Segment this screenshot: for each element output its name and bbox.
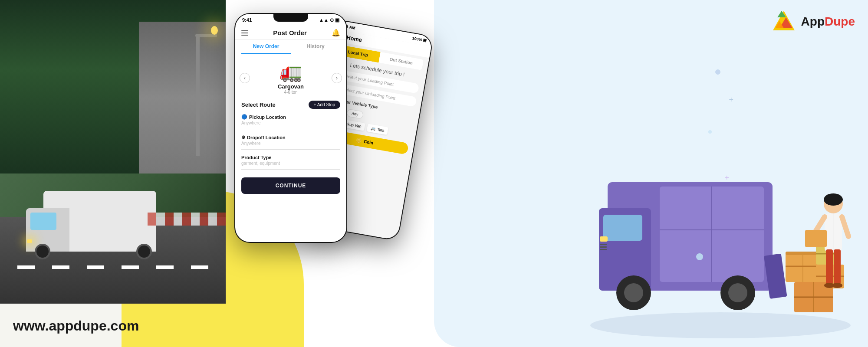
continue-button[interactable]: CONTINUE xyxy=(241,177,340,194)
svg-point-14 xyxy=(728,283,747,302)
tata-icon: 🚐 xyxy=(370,126,376,131)
vehicle-next-button[interactable]: › xyxy=(332,73,342,83)
tab-history[interactable]: History xyxy=(291,40,340,54)
svg-rect-18 xyxy=(600,249,607,250)
logo-text: AppDupe xyxy=(801,15,855,29)
hamburger-menu-icon[interactable] xyxy=(241,30,248,36)
website-url: www.appdupe.com xyxy=(13,318,139,334)
truck-photo-section xyxy=(0,0,226,304)
phone-notch xyxy=(273,14,308,22)
appdupe-logo-icon xyxy=(771,9,797,35)
pickup-icon: 🔵 xyxy=(241,114,247,120)
select-route-header: Select Route + Add Stop xyxy=(235,96,346,111)
status-icons: ▲▲ ⊙ ▣ xyxy=(319,17,339,23)
coin-icon: 🪙 xyxy=(356,137,362,143)
select-route-label: Select Route xyxy=(241,101,276,108)
vehicle-selector: ‹ 🚛 Cargovan 4-6 ton › xyxy=(235,54,346,96)
phone2-title: Home xyxy=(346,34,362,43)
svg-rect-19 xyxy=(764,253,787,299)
vehicle-icon: 🚛 xyxy=(278,61,304,82)
vehicle-name: Cargovan xyxy=(278,83,304,90)
svg-rect-43 xyxy=(805,230,827,247)
svg-rect-38 xyxy=(834,249,841,284)
deco-dot-3 xyxy=(696,253,703,260)
svg-rect-17 xyxy=(600,246,607,248)
vehicle-display: 🚛 Cargovan 4-6 ton xyxy=(278,61,304,95)
phone-tabs: New Order History xyxy=(235,40,346,54)
phone2-battery: 100% ▣ xyxy=(412,36,427,43)
product-label: Product Type xyxy=(241,155,340,160)
dropoff-label: ⊕ Dropoff Location xyxy=(241,134,340,140)
notification-bell-icon[interactable]: 🔔 xyxy=(332,29,340,37)
pickup-field: 🔵 Pickup Location Anywhere xyxy=(241,114,340,129)
delivery-illustration xyxy=(573,43,868,347)
svg-rect-7 xyxy=(603,215,642,241)
phone-main: 9:41 ▲▲ ⊙ ▣ Post Order 🔔 New Order Histo… xyxy=(234,13,347,243)
svg-rect-21 xyxy=(786,252,820,255)
phone-title: Post Order xyxy=(273,29,307,36)
coin-label: Coin xyxy=(363,139,374,145)
dropoff-icon: ⊕ xyxy=(241,134,245,140)
svg-point-34 xyxy=(824,193,843,206)
filter-any-chip[interactable]: Any xyxy=(346,109,364,119)
svg-line-42 xyxy=(842,217,848,236)
deco-cross-1: + xyxy=(729,95,733,105)
dropoff-value[interactable]: Anywhere xyxy=(241,141,340,146)
vehicle-tata[interactable]: 🚐 Tata xyxy=(367,124,388,135)
deco-dot-2 xyxy=(708,130,712,134)
svg-point-40 xyxy=(832,283,842,288)
pickup-value[interactable]: Anywhere xyxy=(241,121,340,125)
svg-rect-37 xyxy=(826,249,833,284)
tab-new-order[interactable]: New Order xyxy=(241,40,291,54)
pickup-label: 🔵 Pickup Location xyxy=(241,114,340,120)
product-field: Product Type garment, equipment xyxy=(241,155,340,170)
vehicle-subtitle: 4-6 ton xyxy=(278,90,304,95)
svg-point-12 xyxy=(624,283,643,302)
tata-label: Tata xyxy=(377,127,385,133)
svg-rect-16 xyxy=(600,244,607,245)
dropoff-field: ⊕ Dropoff Location Anywhere xyxy=(241,134,340,150)
add-stop-button[interactable]: + Add Stop xyxy=(309,101,340,109)
product-value[interactable]: garment, equipment xyxy=(241,161,340,166)
vehicle-prev-button[interactable]: ‹ xyxy=(240,73,250,83)
svg-rect-15 xyxy=(600,236,608,242)
svg-point-4 xyxy=(590,312,851,338)
phone-header: Post Order 🔔 xyxy=(235,26,346,40)
deco-dot-1 xyxy=(715,69,720,75)
status-time: 9:41 xyxy=(242,17,252,23)
deco-cross-2: + xyxy=(724,174,729,183)
appdupe-logo: AppDupe xyxy=(771,9,855,35)
